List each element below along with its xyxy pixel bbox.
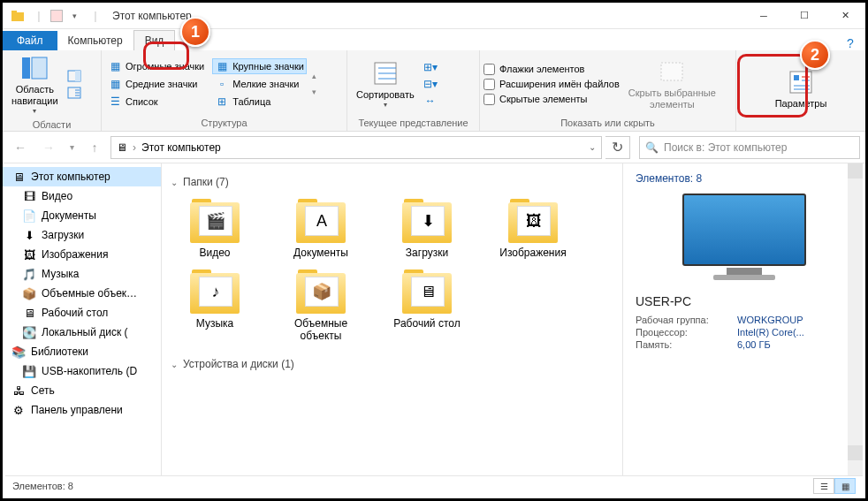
folder-item[interactable]: ⬇Загрузки — [383, 197, 471, 259]
layout-huge-icons[interactable]: ▦Огромные значки — [105, 58, 207, 74]
status-text: Элементов: 8 — [12, 481, 73, 491]
file-extensions-toggle[interactable]: Расширения имён файлов — [483, 78, 620, 91]
preview-pane-button[interactable] — [67, 69, 81, 83]
sidebar-item[interactable]: 🎵Музыка — [3, 264, 161, 284]
sidebar-item[interactable]: 💾USB-накопитель (D — [3, 361, 161, 381]
hidden-items-toggle[interactable]: Скрытые элементы — [483, 93, 620, 106]
spec-value: Intel(R) Core(... — [737, 327, 804, 338]
show-hide-group-label: Показать или скрыть — [483, 116, 732, 131]
sidebar-item-label: Музыка — [42, 268, 79, 280]
layout-table[interactable]: ⊞Таблица — [212, 94, 307, 110]
sidebar-item[interactable]: 💽Локальный диск ( — [3, 323, 161, 342]
folder-item[interactable]: 🎬Видео — [171, 197, 259, 259]
sidebar-item-icon: 📚 — [11, 345, 26, 359]
maximize-button[interactable]: ☐ — [784, 3, 825, 29]
main-pane[interactable]: ⌄ Папки (7) 🎬ВидеоAДокументы⬇Загрузки🖼Из… — [162, 163, 622, 482]
tab-view[interactable]: Вид — [133, 30, 176, 50]
sidebar-item-icon: ⚙ — [11, 403, 26, 417]
folder-item[interactable]: ♪Музыка — [171, 268, 259, 342]
layout-large-icons[interactable]: ▦Крупные значки — [212, 58, 307, 74]
folder-item[interactable]: 📦Объемные объекты — [277, 268, 365, 342]
svg-rect-1 — [11, 11, 17, 13]
minimize-button[interactable]: ─ — [743, 3, 784, 29]
options-button[interactable]: Параметры — [770, 66, 833, 111]
qat-checkbox-icon[interactable] — [50, 10, 63, 22]
help-button[interactable]: ? — [835, 36, 865, 50]
folder-label: Загрузки — [406, 247, 448, 259]
address-text: Этот компьютер — [141, 141, 221, 154]
autosize-columns-button[interactable]: ↔ — [423, 94, 438, 108]
up-button[interactable]: ↑ — [82, 135, 107, 160]
spec-row: Память:6,00 ГБ — [636, 338, 853, 351]
layout-scroll-up[interactable]: ▴ — [312, 72, 316, 80]
sidebar-item[interactable]: 🖼Изображения — [3, 245, 161, 264]
search-icon: 🔍 — [645, 141, 659, 154]
spec-row: Рабочая группа:WORKGROUP — [636, 314, 853, 326]
sidebar-item[interactable]: 🖥Этот компьютер — [3, 167, 161, 186]
chevron-down-icon: ⌄ — [171, 178, 178, 187]
folder-label: Рабочий стол — [393, 317, 460, 330]
sidebar-item-icon: 🖼 — [22, 247, 36, 262]
sidebar-item[interactable]: ⚙Панель управлени — [3, 400, 161, 420]
close-button[interactable]: ✕ — [825, 3, 865, 29]
search-box[interactable]: 🔍 Поиск в: Этот компьютер — [639, 136, 860, 159]
tab-file[interactable]: Файл — [3, 31, 57, 50]
sidebar-item-label: Панель управлени — [31, 404, 123, 416]
details-count: Элементов: 8 — [636, 172, 853, 185]
folder-icon: ⬇ — [399, 197, 455, 243]
layout-small-icons[interactable]: ▫Мелкие значки — [212, 76, 307, 92]
layout-medium-icons[interactable]: ▦Средние значки — [105, 76, 207, 92]
computer-icon — [682, 194, 806, 282]
sidebar-item-label: Библиотеки — [31, 345, 88, 358]
address-bar[interactable]: 🖥 › Этот компьютер ⌄ — [110, 136, 602, 159]
navigation-pane-button[interactable]: Область навигации ▾ — [6, 52, 64, 118]
recent-locations-button[interactable]: ▾ — [65, 135, 79, 160]
add-columns-button[interactable]: ⊟▾ — [423, 77, 438, 91]
layout-group-label: Структура — [105, 116, 343, 131]
hide-selected-button[interactable]: Скрыть выбранные элементы — [623, 56, 721, 112]
folder-label: Документы — [293, 247, 348, 259]
drives-section-header[interactable]: ⌄ Устройства и диски (1) — [171, 358, 613, 370]
address-bar-row: ← → ▾ ↑ 🖥 › Этот компьютер ⌄ ↻ 🔍 Поиск в… — [3, 132, 865, 163]
folder-item[interactable]: 🖥Рабочий стол — [383, 268, 471, 342]
address-dropdown-icon[interactable]: ⌄ — [589, 142, 596, 152]
pc-name: USER-PC — [636, 294, 853, 308]
qat-dropdown-icon[interactable]: ▾ — [65, 6, 84, 26]
sidebar-item-label: Объемные объек… — [42, 287, 137, 300]
sidebar-item-label: USB-накопитель (D — [42, 365, 137, 377]
sort-button[interactable]: Сортировать ▾ — [351, 57, 420, 111]
item-checkboxes-toggle[interactable]: Флажки элементов — [483, 63, 620, 76]
sidebar-item[interactable]: 📄Документы — [3, 206, 161, 225]
sidebar-item-label: Документы — [42, 209, 96, 222]
sidebar-item[interactable]: 🖥Рабочий стол — [3, 303, 161, 323]
refresh-button[interactable]: ↻ — [605, 136, 630, 159]
scrollbar-vertical[interactable] — [848, 163, 863, 460]
sidebar-item[interactable]: 📦Объемные объек… — [3, 284, 161, 303]
window-controls: ─ ☐ ✕ — [743, 3, 865, 29]
folder-item[interactable]: AДокументы — [277, 197, 365, 259]
sidebar-item-icon: 📄 — [22, 209, 36, 223]
sidebar-item[interactable]: 📚Библиотеки — [3, 342, 161, 361]
back-button[interactable]: ← — [8, 135, 33, 160]
title-bar: | ▾ | Этот компьютер ─ ☐ ✕ — [3, 3, 865, 29]
spec-label: Рабочая группа: — [636, 315, 737, 325]
view-details-toggle[interactable]: ☰ — [813, 478, 834, 494]
details-pane-button[interactable] — [67, 86, 81, 100]
sidebar-item[interactable]: 🎞Видео — [3, 186, 161, 206]
folders-section-header[interactable]: ⌄ Папки (7) — [171, 176, 613, 188]
group-by-button[interactable]: ⊞▾ — [423, 60, 438, 74]
svg-rect-0 — [11, 12, 24, 21]
navigation-tree[interactable]: 🖥Этот компьютер🎞Видео📄Документы⬇Загрузки… — [3, 163, 162, 482]
layout-scroll-down[interactable]: ▾ — [312, 87, 316, 96]
tab-computer[interactable]: Компьютер — [57, 31, 133, 50]
view-large-toggle[interactable]: ▦ — [834, 478, 856, 494]
sidebar-item[interactable]: ⬇Загрузки — [3, 225, 161, 245]
folder-item[interactable]: 🖼Изображения — [489, 197, 577, 259]
sidebar-item[interactable]: 🖧Сеть — [3, 381, 161, 400]
qat-divider-2: | — [86, 6, 105, 26]
status-bar: Элементов: 8 ☰ ▦ — [5, 475, 863, 496]
sidebar-item-icon: 💾 — [22, 364, 36, 378]
layout-list[interactable]: ☰Список — [105, 94, 207, 110]
forward-button[interactable]: → — [36, 135, 61, 160]
folder-label: Изображения — [499, 247, 566, 259]
